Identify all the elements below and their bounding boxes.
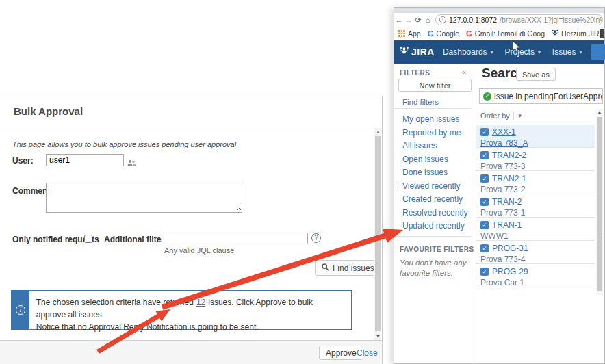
comment-field[interactable] <box>46 183 242 213</box>
favourite-filters-empty: You don't have any favourite filters. <box>400 258 466 278</box>
back-icon[interactable]: ← <box>394 16 404 24</box>
find-filters-link[interactable]: Find filters <box>402 98 439 106</box>
resize-handle-dots[interactable]: ⋮ <box>599 233 604 240</box>
filter-link[interactable]: Updated recently <box>402 220 467 233</box>
issue-checkbox[interactable] <box>480 244 489 252</box>
bookmark-gmail[interactable]: G Gmail: l'email di Goog <box>466 29 545 38</box>
issue-checkbox[interactable] <box>480 198 489 206</box>
result-row[interactable]: TRAN2-2 Prova 773-3 <box>476 148 595 171</box>
user-field[interactable] <box>46 154 124 166</box>
issue-count-link[interactable]: 12 <box>196 298 205 307</box>
issue-checkbox[interactable] <box>480 128 489 136</box>
issue-checkbox[interactable] <box>480 174 489 183</box>
chevron-down-icon: ▼ <box>578 49 584 55</box>
search-panel: Search Save as ✓ issue in pendingForUser… <box>476 64 604 363</box>
jira-navbar: JIRA Dashboards ▼ Projects ▼ Issues <box>394 40 604 64</box>
dialog-footer: Approve Close <box>0 340 382 364</box>
results-scrollbar[interactable]: ▲ <box>596 109 603 295</box>
chevron-down-icon[interactable]: ▼ <box>517 113 523 119</box>
close-link[interactable]: Close <box>357 348 378 358</box>
bookmark-google[interactable]: G Google <box>428 29 459 38</box>
filter-link[interactable]: Created recently <box>402 193 467 207</box>
user-picker-icon[interactable] <box>127 157 136 169</box>
jql-hint-text: Any valid JQL clause <box>164 246 234 255</box>
filter-link[interactable]: My open issues <box>402 113 467 127</box>
result-row[interactable]: TRAN-2 Prova 773-1 <box>476 194 595 218</box>
result-row[interactable]: XXX-1 Prova 783_A <box>476 125 595 148</box>
issue-key-link[interactable]: TRAN-1 <box>492 220 522 230</box>
info-message-text: The chosen selection criteria have retur… <box>29 291 351 329</box>
user-label: User: <box>12 156 34 166</box>
divider <box>513 112 514 120</box>
issue-summary-link[interactable]: WWW1 <box>480 231 595 241</box>
issue-key-link[interactable]: TRAN2-1 <box>492 174 526 183</box>
issue-key-link[interactable]: TRAN2-2 <box>492 151 526 160</box>
dialog-description: This page allows you to bulk approve iss… <box>12 140 236 148</box>
jira-logo[interactable]: JIRA <box>399 46 435 58</box>
nav-menu-item[interactable]: Dashboards ▼ <box>443 47 495 57</box>
jql-valid-icon: ✓ <box>483 92 491 101</box>
help-icon[interactable]: ? <box>311 233 321 243</box>
scrollbar-thumb[interactable] <box>597 117 602 291</box>
result-row[interactable]: TRAN-1 WWW1 <box>476 218 595 241</box>
filter-link[interactable]: Open issues <box>402 153 467 167</box>
issue-key-link[interactable]: PROG-31 <box>492 244 528 253</box>
browser-tab-strip <box>394 8 604 13</box>
create-button[interactable] <box>591 44 605 60</box>
nav-menu-item[interactable]: Issues ▼ <box>552 47 584 57</box>
result-row[interactable]: TRAN2-1 Prova 773-2 <box>476 171 595 194</box>
order-by-control[interactable]: Order by ▼ <box>480 112 523 120</box>
bookmark-partial-icon[interactable] <box>600 29 604 38</box>
issue-summary-link[interactable]: Prova 773-3 <box>480 161 595 171</box>
page-info-icon[interactable]: i <box>439 16 446 23</box>
search-results-list: XXX-1 Prova 783_A TRAN2-2 Prova 773-3 <box>476 125 595 287</box>
jql-query-text: issue in pendingForUserApproval(" <box>494 92 603 101</box>
additional-filters-field[interactable] <box>162 233 308 244</box>
bookmarks-bar: App G Google G Gmail: l'email di Goog He… <box>394 27 604 40</box>
address-bar[interactable]: i 127.0.0.1:8072/browse/XXX-1?jql=issue%… <box>435 14 603 25</box>
issue-key-link[interactable]: XXX-1 <box>492 127 516 137</box>
scrollbar-thumb[interactable] <box>375 136 381 331</box>
result-row[interactable]: PROG-29 Prova Car 1 <box>476 264 595 287</box>
url-host: 127.0.0.1:8072 <box>449 16 497 24</box>
issue-summary-link[interactable]: Prova Car 1 <box>480 278 595 287</box>
scroll-up-icon[interactable]: ▲ <box>596 109 603 114</box>
save-as-button[interactable]: Save as <box>516 68 556 81</box>
bulk-approval-dialog: Bulk Approval This page allows you to bu… <box>0 96 383 364</box>
filter-link[interactable]: Reported by me <box>402 127 467 140</box>
scroll-down-icon[interactable]: ▼ <box>374 334 382 339</box>
result-row[interactable]: PROG-31 Prova 773-4 <box>476 241 595 264</box>
issue-summary-link[interactable]: Prova 773-1 <box>480 208 595 218</box>
only-notified-checkbox[interactable] <box>84 235 92 243</box>
issue-checkbox[interactable] <box>480 221 489 229</box>
jira-charlie-icon <box>399 46 409 58</box>
issue-checkbox[interactable] <box>480 268 489 276</box>
forward-icon[interactable]: → <box>404 16 413 24</box>
issue-summary-link[interactable]: Prova 773-2 <box>480 185 595 194</box>
bookmark-apps[interactable]: App <box>398 29 421 38</box>
issue-key-link[interactable]: PROG-29 <box>492 267 528 276</box>
home-icon[interactable]: ⌂ <box>423 16 433 24</box>
reload-icon[interactable]: ⟳ <box>413 16 423 25</box>
filter-link[interactable]: Viewed recently <box>402 180 467 194</box>
new-filter-button[interactable]: New filter <box>398 79 472 92</box>
collapse-sidebar-icon[interactable]: « <box>462 68 466 76</box>
bookmark-herzum-jira[interactable]: Herzum JIRA <box>552 29 604 38</box>
jql-query-bar[interactable]: ✓ issue in pendingForUserApproval("user1… <box>479 88 603 104</box>
favourite-filters-header: FAVOURITE FILTERS <box>400 246 474 253</box>
nav-menu-item[interactable]: Projects ▼ <box>505 47 542 57</box>
chevron-down-icon: ▼ <box>537 49 542 55</box>
issue-checkbox[interactable] <box>480 151 489 159</box>
filter-link[interactable]: All issues <box>402 140 467 153</box>
jira-nav: Dashboards ▼ Projects ▼ Issues ▼ Bo <box>443 47 605 57</box>
issue-key-link[interactable]: TRAN-2 <box>492 197 522 207</box>
url-path: /browse/XXX-1?jql=issue%20in%20pendingFo… <box>500 16 603 24</box>
issue-summary-link[interactable]: Prova 783_A <box>480 138 595 148</box>
dialog-scrollbar[interactable]: ▲ ▼ <box>374 128 381 340</box>
scroll-up-icon[interactable]: ▲ <box>374 129 382 134</box>
filter-link[interactable]: Resolved recently <box>402 207 467 220</box>
filter-link[interactable]: Done issues <box>402 166 467 180</box>
resize-handle-dots[interactable]: ⋮ <box>394 181 400 188</box>
find-issues-button[interactable]: Find issues <box>315 260 381 276</box>
issue-summary-link[interactable]: Prova 773-4 <box>480 255 595 264</box>
